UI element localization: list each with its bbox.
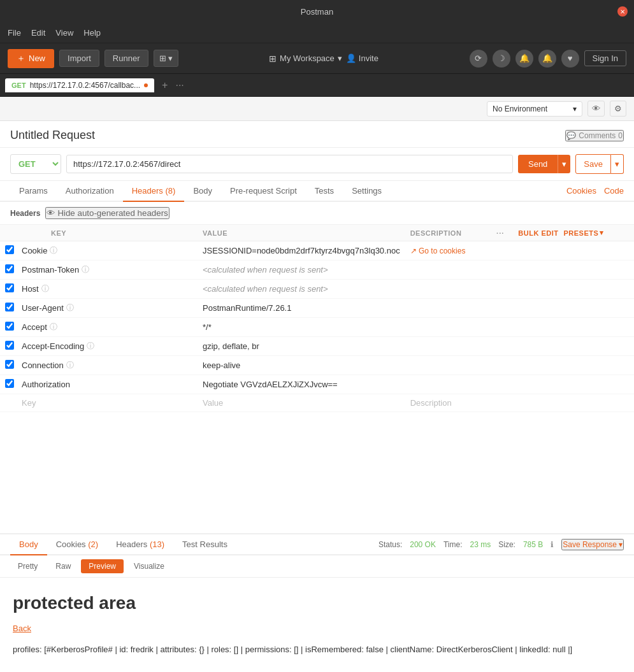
tab-settings[interactable]: Settings [343, 181, 391, 202]
save-response-button[interactable]: Save Response ▾ [561, 539, 624, 550]
view-tab-preview[interactable]: Preview [81, 559, 124, 573]
presets-button[interactable]: Presets ▾ [563, 229, 603, 237]
tab-pre-request[interactable]: Pre-request Script [221, 181, 306, 202]
header-description-cell[interactable]: Description [405, 394, 487, 412]
resp-tab-headers[interactable]: Headers (13) [107, 534, 173, 555]
header-description-cell [405, 337, 487, 356]
col-more-button[interactable]: ··· [493, 228, 508, 238]
cookies-link[interactable]: Cookies [566, 186, 596, 196]
settings-icon-button[interactable]: ☽ [493, 50, 510, 68]
invite-button[interactable]: 👤 Invite [346, 54, 378, 63]
header-extra-cell [487, 394, 513, 412]
info-icon[interactable]: ⓘ [50, 322, 57, 332]
header-extra2-cell [513, 356, 634, 375]
request-area: GET https://172.17.0.2:4567/callbac... +… [0, 74, 634, 672]
request-tabs-left: Params Authorization Headers (8) Body Pr… [10, 181, 391, 201]
header-value-cell[interactable]: Value [198, 394, 405, 412]
header-value-cell: keep-alive [198, 356, 405, 375]
close-button[interactable]: ✕ [617, 6, 628, 17]
heart-icon-button[interactable]: ♥ [561, 50, 579, 68]
info-icon[interactable]: ⓘ [87, 341, 94, 352]
menu-file[interactable]: File [8, 28, 21, 38]
info-icon[interactable]: ⓘ [50, 245, 57, 256]
goto-cookies-link[interactable]: ↗ Go to cookies [410, 247, 482, 255]
tab-headers[interactable]: Headers (8) [123, 181, 185, 202]
code-link[interactable]: Code [604, 186, 624, 196]
toggle-icon: ⊞ [159, 54, 166, 63]
send-dropdown-button[interactable]: ▾ [558, 155, 570, 173]
header-extra2-cell [513, 318, 634, 337]
info-icon[interactable]: ⓘ [66, 360, 74, 371]
bulk-edit-button[interactable]: Bulk Edit [518, 229, 558, 237]
view-tab-pretty[interactable]: Pretty [10, 559, 45, 573]
sync-icon-button[interactable]: ⟳ [470, 50, 487, 68]
header-key: Connection [22, 361, 64, 370]
resp-tab-test-results[interactable]: Test Results [173, 534, 236, 555]
method-select[interactable]: GET POST PUT DELETE PATCH [10, 154, 61, 174]
response-info-icon[interactable]: ℹ [551, 540, 554, 549]
tab-params[interactable]: Params [10, 181, 57, 202]
workspace-label: My Workspace [280, 54, 335, 63]
header-value: */* [203, 322, 212, 332]
workspace-button[interactable]: ⊞ My Workspace ▾ [269, 54, 342, 64]
environment-select[interactable]: No Environment ▾ [487, 101, 582, 117]
header-key: Cookie [22, 246, 47, 255]
view-tab-raw[interactable]: Raw [48, 559, 78, 573]
send-button[interactable]: Send [518, 155, 558, 173]
new-button[interactable]: ＋ New [8, 49, 54, 68]
resp-tab-cookies[interactable]: Cookies (2) [47, 534, 108, 555]
runner-button[interactable]: Runner [104, 50, 148, 67]
view-tab-visualize[interactable]: Visualize [126, 559, 172, 573]
header-checkbox[interactable] [5, 283, 14, 292]
save-button[interactable]: Save [575, 154, 611, 174]
info-icon[interactable]: ⓘ [66, 303, 74, 313]
menu-help[interactable]: Help [83, 28, 101, 38]
menu-view[interactable]: View [55, 28, 73, 38]
response-area: Body Cookies (2) Headers (13) Test Resul… [0, 533, 634, 672]
import-button[interactable]: Import [59, 50, 99, 67]
tab-tests[interactable]: Tests [306, 181, 343, 202]
header-checkbox[interactable] [5, 360, 14, 369]
tab-body[interactable]: Body [184, 181, 221, 202]
toggle-arrow: ▾ [168, 54, 173, 63]
header-checkbox[interactable] [5, 341, 14, 350]
back-link[interactable]: Back [13, 624, 621, 633]
header-description-cell [405, 280, 487, 299]
tab-authorization[interactable]: Authorization [57, 181, 123, 202]
table-row: AuthorizationNegotiate VGVzdAELZXJiZXJvc… [0, 375, 634, 394]
header-extra-cell [487, 280, 513, 299]
main-area: GET https://172.17.0.2:4567/callbac... +… [0, 74, 634, 672]
env-eye-button[interactable]: 👁 [587, 101, 605, 117]
header-value: PostmanRuntime/7.26.1 [203, 303, 291, 313]
info-icon[interactable]: ⓘ [82, 264, 89, 275]
headers-table: KEY VALUE DESCRIPTION ··· Bulk Edit Pres… [0, 225, 634, 412]
tab-more-button[interactable]: ··· [173, 78, 186, 92]
hide-auto-headers-button[interactable]: 👁 Hide auto-generated headers [45, 207, 169, 219]
sign-in-button[interactable]: Sign In [584, 50, 626, 66]
env-settings-button[interactable]: ⚙ [610, 101, 626, 117]
header-checkbox[interactable] [5, 379, 14, 388]
header-checkbox[interactable] [5, 303, 14, 311]
header-extra2-cell [513, 337, 634, 356]
workspace-toggle-button[interactable]: ⊞ ▾ [154, 50, 178, 67]
header-checkbox-cell [0, 241, 19, 261]
header-value-cell: JSESSIONID=node0bdm2drf7ktyrz4bvgq7n3lq3… [198, 241, 405, 261]
resp-tab-body[interactable]: Body [10, 534, 47, 555]
toolbar-right: ⟳ ☽ 🔔 🔔 ♥ Sign In [470, 50, 626, 68]
comments-button[interactable]: 💬 Comments 0 [565, 130, 624, 141]
invite-icon: 👤 [346, 54, 356, 63]
header-checkbox[interactable] [5, 322, 14, 331]
menu-edit[interactable]: Edit [31, 28, 45, 38]
url-input[interactable] [66, 155, 513, 173]
save-dropdown-button[interactable]: ▾ [611, 154, 624, 174]
info-icon[interactable]: ⓘ [41, 283, 49, 294]
header-key[interactable]: Key [22, 398, 36, 408]
header-checkbox[interactable] [5, 245, 14, 254]
alerts-icon-button[interactable]: 🔔 [538, 50, 556, 68]
header-checkbox[interactable] [5, 264, 14, 273]
header-key-cell: Hostⓘ [19, 280, 198, 299]
headers-section: Headers 👁 Hide auto-generated headers KE… [0, 202, 634, 533]
notification-icon-button[interactable]: 🔔 [515, 50, 533, 68]
request-tab[interactable]: GET https://172.17.0.2:4567/callbac... [5, 78, 154, 92]
add-tab-button[interactable]: + [159, 78, 170, 92]
